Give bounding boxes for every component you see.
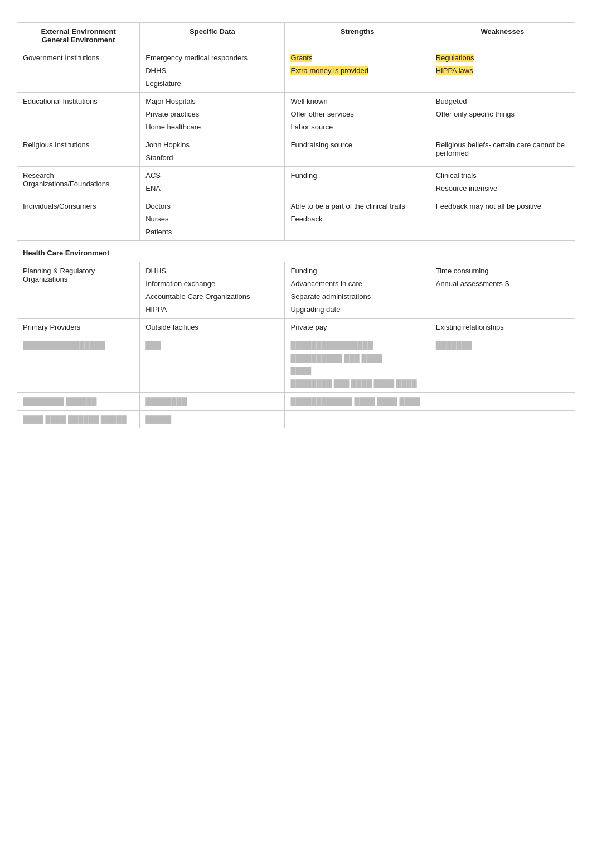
category-cell: Research Organizations/Foundations [17,167,140,197]
table-row: Individuals/ConsumersDoctorsNursesPatien… [17,197,575,241]
strengths-cell: Fundraising source [285,136,430,167]
category-cell: Religious Institutions [17,136,140,167]
weaknesses-cell: Clinical trialsResource intensive [430,167,575,197]
specific-data-cell: John HopkinsStanford [140,136,285,167]
weaknesses-cell: ███████ [430,336,575,393]
section-header-cell: Health Care Environment [17,241,575,262]
specific-data-cell: Major HospitalsPrivate practicesHome hea… [140,93,285,136]
specific-data-cell: Emergency medical respondersDHHSLegislat… [140,49,285,93]
weaknesses-cell [430,411,575,428]
weaknesses-cell: RegulationsHIPPA laws [430,49,575,93]
header-col2: Specific Data [140,23,285,49]
specific-data-cell: DoctorsNursesPatients [140,197,285,241]
specific-data-cell: █████ [140,411,285,428]
specific-data-cell: ████████ [140,393,285,411]
table-row: ████████ ██████████████████████████ ████… [17,393,575,411]
weaknesses-cell: Feedback may not all be positive [430,197,575,241]
main-table: External EnvironmentGeneral Environment … [17,22,575,428]
table-row: Planning & Regulatory OrganizationsDHHSI… [17,262,575,319]
category-cell: ████████ ██████ [17,393,140,411]
strengths-cell: ████████████ ████ ████ ████ [285,393,430,411]
strengths-cell: ██████████████████████████ ███ █████████… [285,336,430,393]
specific-data-cell: ACSENA [140,167,285,197]
table-row: Health Care Environment [17,241,575,262]
category-cell: ████████████████ [17,336,140,393]
table-row: Religious InstitutionsJohn HopkinsStanfo… [17,136,575,167]
weaknesses-cell: Existing relationships [430,319,575,336]
specific-data-cell: DHHSInformation exchangeAccountable Care… [140,262,285,319]
category-cell: Government Institutions [17,49,140,93]
table-row: Government InstitutionsEmergency medical… [17,49,575,93]
table-row: Primary ProvidersOutside facilitiesPriva… [17,319,575,336]
strengths-cell: Able to be a part of the clinical trails… [285,197,430,241]
specific-data-cell: ███ [140,336,285,393]
strengths-cell: Well knownOffer other servicesLabor sour… [285,93,430,136]
weaknesses-cell: BudgetedOffer only specific things [430,93,575,136]
weaknesses-cell: Time consumingAnnual assessments-$ [430,262,575,319]
category-cell: Planning & Regulatory Organizations [17,262,140,319]
category-cell: Primary Providers [17,319,140,336]
table-row: ████████████████████████████████████████… [17,336,575,393]
weaknesses-cell: Religious beliefs- certain care cannot b… [430,136,575,167]
strengths-cell: GrantsExtra money is provided [285,49,430,93]
category-cell: Educational Institutions [17,93,140,136]
header-col4: Weaknesses [430,23,575,49]
table-row: Research Organizations/FoundationsACSENA… [17,167,575,197]
strengths-cell: Funding [285,167,430,197]
category-cell: Individuals/Consumers [17,197,140,241]
strengths-cell: FundingAdvancements in careSeparate admi… [285,262,430,319]
strengths-cell: Private pay [285,319,430,336]
strengths-cell [285,411,430,428]
weaknesses-cell [430,393,575,411]
header-col1: External EnvironmentGeneral Environment [17,23,140,49]
table-row: Educational InstitutionsMajor HospitalsP… [17,93,575,136]
header-col3: Strengths [285,23,430,49]
category-cell: ████ ████ ██████ █████ [17,411,140,428]
specific-data-cell: Outside facilities [140,319,285,336]
table-row: ████ ████ ██████ ██████████ [17,411,575,428]
